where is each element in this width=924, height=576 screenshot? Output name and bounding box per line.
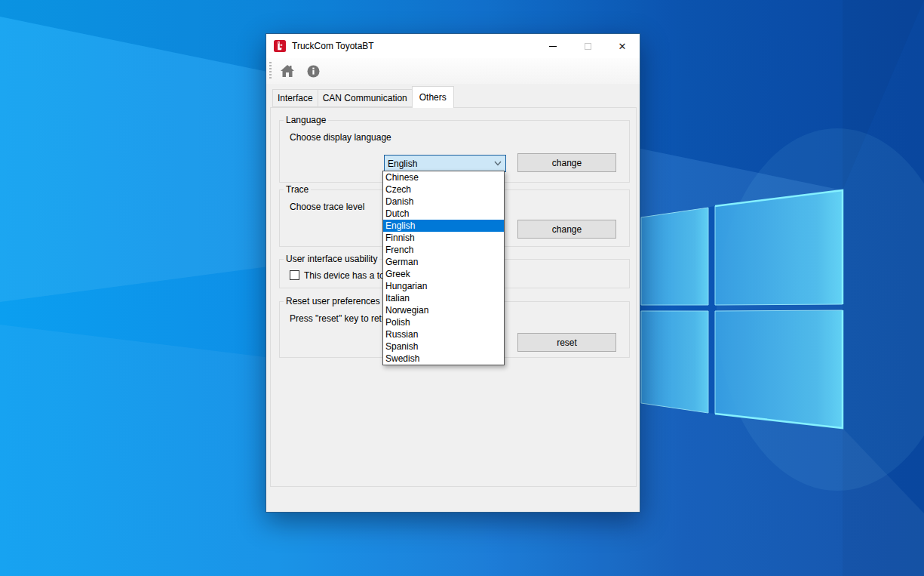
language-group-title: Language: [284, 115, 328, 125]
close-button[interactable]: ✕: [605, 34, 640, 58]
minimize-button[interactable]: [536, 34, 570, 58]
reset-group-title: Reset user preferences: [284, 296, 382, 306]
reset-button[interactable]: reset: [517, 333, 616, 352]
dropdown-item-danish[interactable]: Danish: [383, 196, 504, 208]
language-dropdown-list: ChineseCzechDanishDutchEnglishFinnishFre…: [382, 171, 505, 365]
dropdown-item-dutch[interactable]: Dutch: [383, 208, 504, 220]
dropdown-item-greek[interactable]: Greek: [383, 268, 504, 280]
app-icon: [274, 40, 286, 52]
tab-can-communication[interactable]: CAN Communication: [318, 89, 413, 107]
window-title: TruckCom ToyotaBT: [292, 41, 374, 51]
tab-others[interactable]: Others: [412, 86, 454, 108]
caption-buttons: ✕: [536, 34, 640, 58]
touch-screen-checkbox[interactable]: [290, 270, 299, 280]
home-button[interactable]: [278, 61, 297, 81]
usability-group-title: User interface usability: [284, 254, 379, 264]
dropdown-item-german[interactable]: German: [383, 256, 504, 268]
dropdown-item-french[interactable]: French: [383, 244, 504, 256]
toolbar-grip[interactable]: [269, 62, 272, 80]
maximize-button[interactable]: [570, 34, 605, 58]
minimize-icon: [549, 46, 557, 47]
dropdown-item-hungarian[interactable]: Hungarian: [383, 280, 504, 292]
tab-interface[interactable]: Interface: [272, 89, 318, 107]
dropdown-item-norwegian[interactable]: Norwegian: [383, 304, 504, 316]
dropdown-item-swedish[interactable]: Swedish: [383, 353, 504, 365]
info-button[interactable]: [303, 61, 323, 81]
language-combobox-value: English: [388, 159, 417, 169]
toolbar: [266, 58, 640, 84]
language-combobox[interactable]: English: [384, 155, 506, 172]
tabstrip: Interface CAN Communication Others: [272, 86, 453, 107]
close-icon: ✕: [619, 42, 627, 51]
dropdown-item-czech[interactable]: Czech: [383, 183, 504, 196]
desktop: TruckCom ToyotaBT ✕: [0, 0, 924, 576]
titlebar[interactable]: TruckCom ToyotaBT ✕: [266, 34, 640, 58]
dropdown-item-italian[interactable]: Italian: [383, 292, 504, 304]
home-icon: [281, 65, 294, 77]
dropdown-item-polish[interactable]: Polish: [383, 316, 504, 328]
dropdown-item-english[interactable]: English: [383, 220, 504, 232]
dropdown-item-chinese[interactable]: Chinese: [383, 171, 504, 183]
language-change-button[interactable]: change: [517, 153, 616, 172]
trace-group-title: Trace: [284, 184, 311, 195]
dropdown-item-spanish[interactable]: Spanish: [383, 340, 504, 353]
dropdown-item-russian[interactable]: Russian: [383, 328, 504, 340]
maximize-icon: [585, 43, 591, 50]
app-window: TruckCom ToyotaBT ✕: [266, 33, 640, 513]
info-icon: [307, 65, 320, 78]
trace-description: Choose trace level: [290, 202, 364, 212]
language-description: Choose display language: [290, 132, 391, 143]
trace-change-button[interactable]: change: [517, 220, 616, 239]
dropdown-item-finnish[interactable]: Finnish: [383, 232, 504, 244]
chevron-down-icon: [494, 161, 502, 166]
